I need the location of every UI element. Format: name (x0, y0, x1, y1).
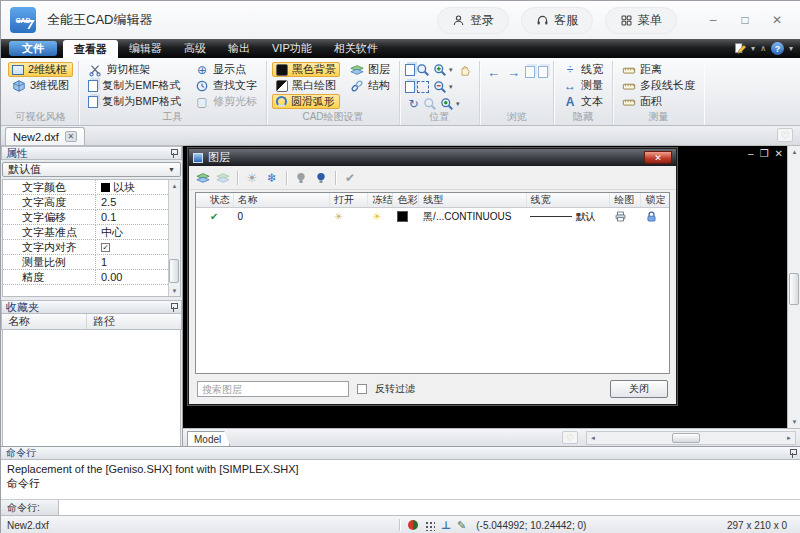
new-layer-icon[interactable] (195, 170, 211, 186)
menu-button[interactable]: 菜单 (605, 7, 677, 34)
back-arrow-icon[interactable]: ← (485, 64, 502, 80)
scroll-up-icon[interactable]: ▲ (169, 180, 180, 191)
scrollbar-thumb[interactable] (672, 433, 700, 443)
tab-related-software[interactable]: 相关软件 (323, 39, 389, 58)
layer-row-0[interactable]: ✔ 0 ☀ ☀ 黑/...CONTINUOUS 默认 (196, 208, 669, 225)
layers-dialog-titlebar[interactable]: 图层 ✕ (189, 149, 676, 166)
layer-plot-cell[interactable] (610, 208, 641, 225)
scroll-up-icon[interactable]: ▲ (788, 146, 800, 158)
zoom-scale-dropdown-caret[interactable]: ▾ (456, 100, 464, 108)
property-row-text-offset[interactable]: 文字偏移 0.1 (3, 210, 180, 225)
column-name[interactable]: 名称 (234, 193, 330, 207)
properties-preset-dropdown[interactable]: 默认值 ▼ (2, 162, 181, 177)
scroll-left-icon[interactable]: ◄ (587, 435, 599, 441)
cascade-pages-icon[interactable] (405, 64, 415, 76)
child-close-icon[interactable]: ✕ (775, 148, 783, 159)
tab-editor[interactable]: 编辑器 (118, 39, 173, 58)
property-row-text-basepoint[interactable]: 文字基准点 中心 (3, 225, 180, 240)
maximize-button[interactable]: □ (731, 9, 759, 31)
hide-text-button[interactable]: A文本 (559, 94, 607, 109)
column-open[interactable]: 打开 (330, 193, 368, 207)
layer-frozen-sun-icon[interactable]: ☀ (369, 208, 394, 225)
copy-bmp-button[interactable]: 复制为BMP格式 (84, 94, 185, 109)
canvas-horizontal-scrollbar[interactable]: ◄ ► (586, 431, 796, 445)
measure-polyline-length-button[interactable]: 多段线长度 (618, 78, 699, 93)
osnap-toggle-icon[interactable] (408, 520, 418, 530)
bw-drawing-button[interactable]: 黑白绘图 (272, 78, 340, 93)
black-background-button[interactable]: 黑色背景 (272, 62, 340, 77)
close-button[interactable]: ✕ (763, 9, 791, 31)
customer-service-button[interactable]: 客服 (521, 7, 593, 34)
bulb-on-icon[interactable] (313, 170, 329, 186)
zoom-in-button[interactable] (432, 62, 449, 78)
drawing-canvas[interactable]: – ❐ ✕ ▲ ▼ 图层 ✕ ☀ ❄ (183, 146, 800, 428)
forward-arrow-icon[interactable]: → (505, 64, 522, 80)
model-tab[interactable]: Model (187, 431, 230, 446)
apply-check-icon[interactable]: ✔ (342, 170, 358, 186)
property-row-text-height[interactable]: 文字高度 2.5 (3, 195, 180, 210)
column-plot[interactable]: 绘图 (610, 193, 641, 207)
invert-filter-checkbox[interactable] (357, 384, 367, 394)
property-row-precision[interactable]: 精度 0.00 (3, 270, 180, 285)
tab-vip[interactable]: VIP功能 (261, 39, 323, 58)
document-tab-new2[interactable]: New2.dxf ✕ (5, 127, 85, 145)
pin-icon[interactable] (170, 303, 177, 312)
wireframe-2d-button[interactable]: 2维线框 (8, 62, 73, 77)
show-points-button[interactable]: ⊕显示点 (191, 62, 261, 77)
collapse-ribbon-icon[interactable]: ∧ (760, 44, 766, 53)
checkbox-checked[interactable]: ✓ (101, 243, 110, 252)
trim-cursor-button[interactable]: ▢修剪光标 (191, 94, 261, 109)
view-3d-button[interactable]: 3维视图 (8, 78, 73, 93)
hide-measure-button[interactable]: ↔测量 (559, 78, 607, 93)
annotate-pencil-icon[interactable] (733, 42, 746, 55)
canvas-vertical-scrollbar[interactable]: ▲ ▼ (787, 146, 800, 428)
copy-view-icon[interactable] (405, 81, 415, 93)
polar-toggle-icon[interactable]: ✎ (457, 519, 466, 532)
favorites-list[interactable] (2, 330, 181, 450)
layer-linetype-cell[interactable]: 黑/...CONTINUOUS (419, 208, 526, 225)
column-lock[interactable]: 锁定 (641, 193, 669, 207)
hide-lineweight-button[interactable]: ÷线宽 (559, 62, 607, 77)
structure-button[interactable]: 结构 (346, 78, 394, 93)
tab-file[interactable]: 文件 (9, 41, 57, 56)
zoom-in-dropdown-caret[interactable]: ▾ (449, 66, 457, 74)
tab-list-button[interactable]: ♡ (777, 128, 793, 142)
layer-search-input[interactable] (197, 381, 349, 397)
scroll-down-icon[interactable]: ▼ (788, 416, 800, 428)
login-button[interactable]: 登录 (437, 7, 509, 34)
layers-dialog-close-button[interactable]: ✕ (644, 151, 672, 164)
pencil-dropdown-caret[interactable]: ▾ (751, 44, 755, 53)
clip-frame-button[interactable]: 剪切框架 (84, 62, 185, 77)
layers-button[interactable]: 图层 (346, 62, 394, 77)
property-row-text-align[interactable]: 文字内对齐 ✓ (3, 240, 180, 255)
zoom-extents-button[interactable] (415, 79, 432, 95)
layout-list-button[interactable]: ♡ (562, 431, 578, 444)
tab-viewer[interactable]: 查看器 (63, 40, 118, 58)
scroll-right-icon[interactable]: ► (783, 435, 795, 441)
zoom-window-button[interactable] (415, 62, 432, 78)
pin-icon[interactable] (170, 149, 177, 158)
zoom-out-button[interactable] (432, 79, 449, 95)
layer-lineweight-cell[interactable]: 默认 (526, 208, 610, 225)
next-view-icon[interactable] (538, 66, 548, 78)
freeze-snowflake-icon[interactable]: ❄ (264, 170, 280, 186)
ortho-toggle-icon[interactable]: ⊥ (441, 519, 451, 532)
properties-scrollbar[interactable]: ▲ ▼ (168, 180, 180, 296)
bulb-off-icon[interactable] (293, 170, 309, 186)
find-text-button[interactable]: 查找文字 (191, 78, 261, 93)
column-status[interactable]: 状态 (196, 193, 234, 207)
document-tab-close-icon[interactable]: ✕ (65, 131, 77, 142)
column-color[interactable]: 色彩 (393, 193, 419, 207)
copy-emf-button[interactable]: 复制为EMF格式 (84, 78, 185, 93)
layer-lock-cell[interactable] (641, 208, 669, 225)
delete-layer-icon[interactable] (215, 170, 231, 186)
property-row-measure-scale[interactable]: 测量比例 1 (3, 255, 180, 270)
layer-on-sun-icon[interactable]: ☀ (244, 170, 260, 186)
tab-output[interactable]: 输出 (217, 39, 261, 58)
help-icon[interactable]: ? (771, 42, 784, 55)
favorites-name-column[interactable]: 名称 (2, 314, 87, 329)
pan-button[interactable] (457, 62, 474, 78)
previous-view-icon[interactable] (525, 66, 535, 78)
tab-advanced[interactable]: 高级 (173, 39, 217, 58)
command-input[interactable] (59, 500, 800, 515)
